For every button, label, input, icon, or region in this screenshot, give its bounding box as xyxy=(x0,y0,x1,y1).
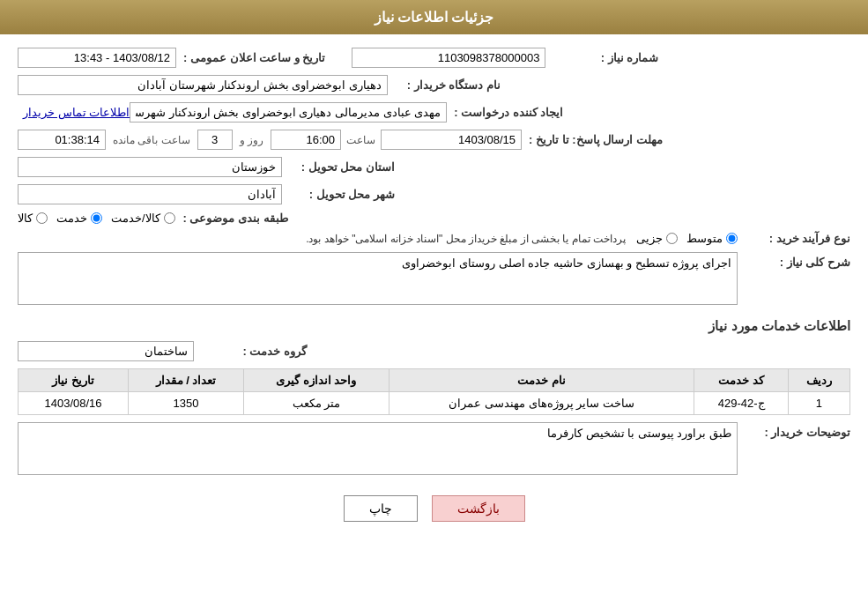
table-row: 1ج-42-429ساخت سایر پروژه‌های مهندسی عمرا… xyxy=(19,392,850,415)
shomara-niyaz-input[interactable] xyxy=(352,48,545,68)
grooh-input[interactable] xyxy=(18,341,194,361)
services-table: ردیف کد خدمت نام خدمت واحد اندازه گیری ت… xyxy=(18,368,850,415)
desc-textarea[interactable] xyxy=(18,422,738,475)
rooz-label: روز و xyxy=(240,134,263,146)
table-header-kod: کد خدمت xyxy=(694,369,788,392)
table-cell-tedad: 1350 xyxy=(129,392,244,415)
grooh-label: گروه خدمت : xyxy=(201,345,307,358)
tabaqe-kala-label: کالا xyxy=(18,212,33,225)
etelaat-tamas-link[interactable]: اطلاعات تماس خریدار xyxy=(23,106,130,119)
tabaqe-kala-khedmat-radio[interactable] xyxy=(164,212,175,224)
table-header-tarikh: تاریخ نیاز xyxy=(19,369,129,392)
table-cell-name: ساخت سایر پروژه‌های مهندسی عمران xyxy=(389,392,694,415)
nam-dastgah-label: نام دستگاه خریدار : xyxy=(395,78,501,92)
shahr-label: شهر محل تحویل : xyxy=(289,188,395,201)
tabaqe-label: طبقه بندی موضوعی : xyxy=(182,212,288,225)
tarikh-mohlat-input[interactable] xyxy=(381,130,522,150)
noe-farayan-radio-group: جزیی متوسط xyxy=(636,232,738,245)
desc-label: توضیحات خریدار : xyxy=(745,422,850,439)
noe-motavasset-item[interactable]: متوسط xyxy=(686,232,738,245)
noe-motavasset-radio[interactable] xyxy=(726,233,738,244)
ostan-input[interactable] xyxy=(18,157,282,177)
baqi-label: ساعت باقی مانده xyxy=(113,134,190,146)
tabaqe-kala-radio[interactable] xyxy=(36,212,48,224)
noe-motavasset-label: متوسط xyxy=(686,232,723,245)
noe-jozyi-radio[interactable] xyxy=(666,233,678,244)
baqi-input[interactable] xyxy=(18,130,106,150)
tabaqe-kala-khedmat-item[interactable]: کالا/خدمت xyxy=(111,212,175,225)
nam-dastgah-input[interactable] xyxy=(18,75,388,95)
ostan-label: استان محل تحویل : xyxy=(289,160,395,174)
noe-desc: پرداخت تمام یا بخشی از مبلغ خریداز محل "… xyxy=(18,233,626,245)
saat-input[interactable] xyxy=(271,130,341,150)
mohlat-label: مهلت ارسال پاسخ: تا تاریخ : xyxy=(529,133,663,146)
noe-jozyi-label: جزیی xyxy=(636,232,663,245)
sharh-textarea[interactable] xyxy=(18,252,738,305)
table-cell-radif: 1 xyxy=(788,392,849,415)
table-header-vahed: واحد اندازه گیری xyxy=(243,369,389,392)
page-header: جزئیات اطلاعات نیاز xyxy=(0,0,868,34)
tabaqe-radio-group: کالا خدمت کالا/خدمت xyxy=(18,212,175,225)
announce-input[interactable] xyxy=(18,48,176,68)
tabaqe-khedmat-radio[interactable] xyxy=(91,212,102,224)
ijad-konande-input[interactable] xyxy=(130,102,447,123)
back-button[interactable]: بازگشت xyxy=(432,495,525,522)
table-cell-vahed: متر مکعب xyxy=(243,392,389,415)
services-section-title: اطلاعات خدمات مورد نیاز xyxy=(18,318,850,334)
table-cell-kod: ج-42-429 xyxy=(694,392,788,415)
table-header-tedad: تعداد / مقدار xyxy=(129,369,244,392)
tabaqe-kala-khedmat-label: کالا/خدمت xyxy=(111,212,160,225)
page-title: جزئیات اطلاعات نیاز xyxy=(375,10,494,25)
table-header-radif: ردیف xyxy=(788,369,849,392)
table-header-name: نام خدمت xyxy=(389,369,694,392)
tabaqe-kala-item[interactable]: کالا xyxy=(18,212,48,225)
tabaqe-khedmat-item[interactable]: خدمت xyxy=(56,212,102,225)
print-button[interactable]: چاپ xyxy=(344,495,418,522)
buttons-row: بازگشت چاپ xyxy=(18,495,850,539)
table-cell-tarikh: 1403/08/16 xyxy=(19,392,129,415)
shomara-niyaz-label: شماره نیاز : xyxy=(553,51,658,64)
noe-farayan-label: نوع فرآیند خرید : xyxy=(745,232,850,245)
ijad-konande-label: ایجاد کننده درخواست : xyxy=(454,106,563,119)
rooz-input[interactable] xyxy=(197,130,233,150)
noe-jozyi-item[interactable]: جزیی xyxy=(636,232,678,245)
shahr-input[interactable] xyxy=(18,184,282,204)
sharh-label: شرح کلی نیاز : xyxy=(745,252,850,269)
tabaqe-khedmat-label: خدمت xyxy=(56,212,87,225)
saat-label: ساعت xyxy=(346,134,375,146)
announce-label: تاریخ و ساعت اعلان عمومی : xyxy=(183,51,325,64)
